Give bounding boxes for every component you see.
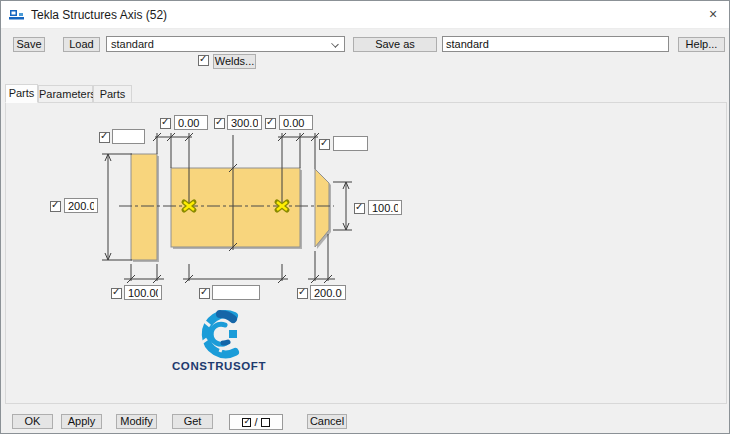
welds-button[interactable]: Welds...	[213, 54, 256, 69]
top-left-field[interactable]	[112, 129, 145, 144]
tab-parts-2[interactable]: Parts	[93, 85, 132, 103]
offset-left-checkbox[interactable]: ✓	[160, 118, 171, 129]
profile-dropdown[interactable]: standard	[106, 36, 345, 52]
axis-point-marker-1	[184, 202, 194, 210]
chevron-down-icon	[331, 40, 339, 48]
bottom-left-checkbox[interactable]: ✓	[111, 288, 122, 299]
length-field[interactable]	[227, 115, 262, 130]
close-icon[interactable]: ×	[697, 1, 729, 29]
top-right-field[interactable]	[333, 136, 368, 151]
check-icon: ✓	[51, 199, 59, 210]
title-bar: Tekla Structures Axis (52) ×	[1, 1, 729, 29]
check-icon: ✓	[112, 286, 120, 297]
apply-button[interactable]: Apply	[61, 414, 102, 429]
construsoft-brand-text: CONSTRUSOFT	[164, 360, 274, 372]
offset-left-field[interactable]	[174, 115, 208, 130]
left-height-field[interactable]	[64, 198, 98, 213]
toggle-separator: /	[254, 416, 257, 428]
ok-button[interactable]: OK	[12, 414, 53, 429]
tab-parameters[interactable]: Parameters	[38, 85, 93, 103]
construsoft-logo-icon	[200, 314, 237, 354]
bottom-right-checkbox[interactable]: ✓	[297, 288, 308, 299]
check-icon: ✓	[320, 137, 328, 148]
get-button[interactable]: Get	[172, 414, 213, 429]
bottom-left-field[interactable]	[124, 285, 162, 300]
bottom-mid-field[interactable]	[212, 285, 260, 300]
parts-tab-panel: ✓ ✓ ✓ ✓ ✓ ✓ ✓ ✓ ✓ ✓ CONSTRUSOFT	[5, 102, 727, 404]
bottom-right-field[interactable]	[310, 285, 346, 300]
right-height-field[interactable]	[368, 200, 402, 215]
tab-parts-1[interactable]: Parts	[5, 84, 38, 103]
save-as-input[interactable]	[442, 36, 669, 52]
end-plate-part	[131, 154, 157, 260]
check-icon: ✓	[200, 286, 208, 297]
axis-point-marker-2	[277, 202, 287, 210]
cancel-button[interactable]: Cancel	[307, 414, 347, 429]
check-icon: ✓	[100, 130, 108, 141]
unchecked-box-icon	[261, 418, 270, 427]
toggle-fields-on-off-button[interactable]: ✓ /	[229, 414, 283, 430]
offset-right-field[interactable]	[279, 115, 313, 130]
tekla-app-icon	[9, 8, 25, 22]
check-icon: ✓	[215, 116, 223, 127]
top-right-checkbox[interactable]: ✓	[319, 139, 330, 150]
welds-checkbox[interactable]: ✓	[198, 55, 209, 66]
checked-box-icon: ✓	[242, 418, 251, 427]
help-button[interactable]: Help...	[678, 37, 725, 52]
top-left-checkbox[interactable]: ✓	[99, 132, 110, 143]
length-checkbox[interactable]: ✓	[214, 118, 225, 129]
load-button[interactable]: Load	[63, 37, 100, 52]
dialog-window: Tekla Structures Axis (52) × Save Load s…	[0, 0, 730, 434]
left-height-checkbox[interactable]: ✓	[50, 201, 61, 212]
check-icon: ✓	[199, 53, 207, 64]
check-icon: ✓	[355, 201, 363, 212]
profile-dropdown-value: standard	[111, 38, 154, 50]
check-icon: ✓	[161, 116, 169, 127]
bottom-mid-checkbox[interactable]: ✓	[199, 288, 210, 299]
offset-right-checkbox[interactable]: ✓	[265, 118, 276, 129]
modify-button[interactable]: Modify	[116, 414, 157, 429]
right-height-checkbox[interactable]: ✓	[354, 203, 365, 214]
check-icon: ✓	[266, 116, 274, 127]
window-title: Tekla Structures Axis (52)	[31, 1, 167, 29]
save-button[interactable]: Save	[13, 37, 45, 52]
save-as-button[interactable]: Save as	[353, 37, 437, 52]
check-icon: ✓	[298, 286, 306, 297]
